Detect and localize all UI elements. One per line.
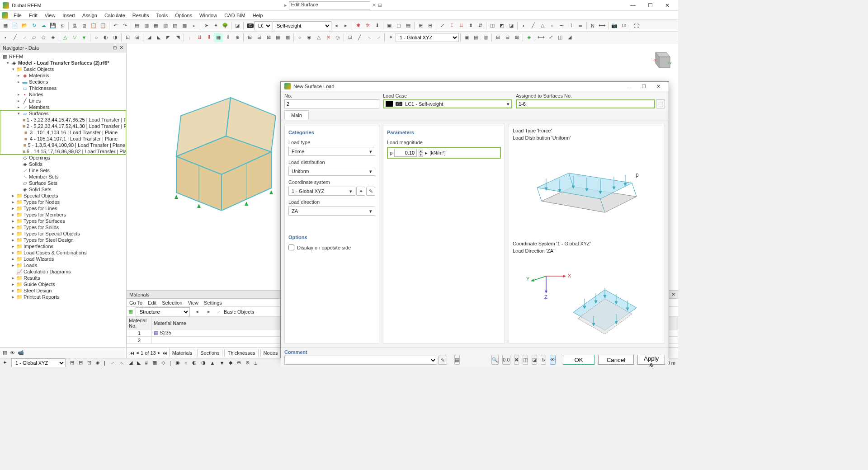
tb-file-icon[interactable]: 📄 xyxy=(10,21,19,30)
status-i1-icon[interactable]: ⟋ xyxy=(110,360,115,366)
tb2-e1-icon[interactable]: ⊞ xyxy=(493,33,502,42)
combo-pin-icon[interactable]: ⊟ xyxy=(378,2,382,8)
tb-view3-icon[interactable]: ▦ xyxy=(151,21,160,30)
tb2-l6-icon[interactable]: ⊕ xyxy=(233,33,242,42)
mat-menu-goto[interactable]: Go To xyxy=(129,300,142,306)
tb-load3-icon[interactable]: ⬇ xyxy=(373,21,382,30)
tb-new-icon[interactable]: ▦ xyxy=(1,21,10,30)
no-input[interactable] xyxy=(284,99,379,108)
tb2-l2-icon[interactable]: ⇊ xyxy=(195,33,204,42)
orientation-cube[interactable]: -X +Y xyxy=(650,48,672,70)
mat-tab-nodes[interactable]: Nodes xyxy=(260,349,281,357)
tree-types-nodes[interactable]: ▸📁Types for Nodes xyxy=(0,199,126,205)
mat-next-icon[interactable]: ▸ xyxy=(204,307,213,316)
tb-loads3-icon[interactable]: ⬍ xyxy=(466,21,475,30)
mat-tab-thick[interactable]: Thicknesses xyxy=(224,349,258,357)
tree-basic-objects[interactable]: ▾📁Basic Objects xyxy=(0,66,126,72)
tree-surface-5[interactable]: ■5 - 1,3,5,4,94,100,90 | Load Transfer |… xyxy=(0,142,126,148)
nav-footer-icon2[interactable]: 👁 xyxy=(10,350,15,356)
status-cs-icon[interactable]: ✦ xyxy=(3,360,7,366)
tb-rigid-icon[interactable]: ═ xyxy=(576,21,585,30)
tree-model[interactable]: ▾◈Model - Load Transfer Surfaces (2).rf6… xyxy=(0,60,126,66)
tb-load1-icon[interactable]: ✱ xyxy=(354,21,363,30)
tb-grid2-icon[interactable]: ⊟ xyxy=(425,21,434,30)
tb2-open-icon[interactable]: ◇ xyxy=(39,33,48,42)
tb2-sup-icon[interactable]: △ xyxy=(61,33,70,42)
menu-cad-bim[interactable]: CAD-BIM xyxy=(221,12,249,19)
tree-line-sets[interactable]: ⟋Line Sets xyxy=(0,167,126,174)
status-o10-icon[interactable]: ⟂ xyxy=(254,360,257,366)
navigator-pin-icon[interactable]: ⊡ xyxy=(113,45,117,50)
navigator-close-icon[interactable]: ✕ xyxy=(119,45,123,51)
tb2-s2-icon[interactable]: ◉ xyxy=(305,33,314,42)
tree-types-surfaces[interactable]: ▸📁Types for Surfaces xyxy=(0,218,126,224)
menu-help[interactable]: Help xyxy=(249,12,267,19)
tree-surface-sets[interactable]: ▱Surface Sets xyxy=(0,180,126,186)
tb-load2-icon[interactable]: ✲ xyxy=(363,21,372,30)
tree-surface-2[interactable]: ■2 - 5,22,33,44,17,52,41,30 | Load Trans… xyxy=(0,123,126,129)
tb-lc-next-icon[interactable]: ▸ xyxy=(341,21,350,30)
tb-axis-icon[interactable]: ✦ xyxy=(211,21,220,30)
edit-surface-combo[interactable]: Edit Surface xyxy=(289,1,370,9)
tb2-s4-icon[interactable]: ✕ xyxy=(324,33,333,42)
nav-footer-icon1[interactable]: ▤ xyxy=(3,350,7,356)
tree-lines[interactable]: ▸╱Lines xyxy=(0,98,126,104)
tb2-line-icon[interactable]: ╱ xyxy=(10,33,19,42)
tb-loads4-icon[interactable]: ⇵ xyxy=(476,21,485,30)
tb-lc-code-combo[interactable]: LC1 xyxy=(254,21,272,30)
tree-surface-1[interactable]: ■1 - 3,22,33,44,15,47,36,25 | Load Trans… xyxy=(0,117,126,123)
tree-nodes[interactable]: ▸•Nodes xyxy=(0,91,126,98)
magnitude-input[interactable] xyxy=(394,149,417,157)
materials-close-icon[interactable]: ✕ xyxy=(671,291,675,297)
status-o7-icon[interactable]: ◆ xyxy=(229,360,232,366)
tb-doc2-icon[interactable]: 📋 xyxy=(99,21,108,30)
tb-loads2-icon[interactable]: ⇊ xyxy=(457,21,466,30)
status-o2-icon[interactable]: ○ xyxy=(184,360,188,366)
tb2-cs-combo[interactable]: 1 - Global XYZ xyxy=(396,33,459,42)
tree-solid-sets[interactable]: ◈Solid Sets xyxy=(0,186,126,193)
tb-cube3-icon[interactable]: ▤ xyxy=(404,21,413,30)
status-i3-icon[interactable]: ◢ xyxy=(129,360,132,366)
tb2-t1-icon[interactable]: ◢ xyxy=(145,33,154,42)
tree-types-solids[interactable]: ▸📁Types for Solids xyxy=(0,224,126,230)
status-o5-icon[interactable]: ▲ xyxy=(210,360,215,366)
tb2-hinge-icon[interactable]: ○ xyxy=(92,33,101,42)
load-dist-combo[interactable]: Uniform▾ xyxy=(288,167,375,176)
status-cs-combo[interactable]: 1 - Global XYZ xyxy=(11,358,66,367)
dlg-c1-icon[interactable]: ◫ xyxy=(523,355,528,365)
pager-prev-icon[interactable]: ◂ xyxy=(136,350,139,356)
menu-results[interactable]: Results xyxy=(129,12,153,19)
tb2-member-icon[interactable]: ⟋ xyxy=(20,33,29,42)
tree-types-lines[interactable]: ▸📁Types for Lines xyxy=(0,205,126,212)
tb-arrow-icon[interactable]: ➤ xyxy=(202,21,211,30)
comment-combo[interactable] xyxy=(284,356,437,365)
tb-lc-name-combo[interactable]: Self-weight xyxy=(273,21,331,30)
tb2-set2-icon[interactable]: ⊞ xyxy=(132,33,142,42)
tb2-l4-icon[interactable]: ▦ xyxy=(214,33,223,42)
tb2-e2-icon[interactable]: ⊟ xyxy=(503,33,512,42)
dialog-titlebar[interactable]: New Surface Load — ☐ ✕ xyxy=(281,82,669,91)
tb-saveall-icon[interactable]: ⎘ xyxy=(58,21,67,30)
tb-cam-icon[interactable]: 📷 xyxy=(610,21,619,30)
tree-steel-design[interactable]: ▸📁Steel Design xyxy=(0,287,126,294)
tree-loadwizards[interactable]: ▸📁Load Wizards xyxy=(0,256,126,262)
tree-member-sets[interactable]: ⟍Member Sets xyxy=(0,174,126,180)
tb2-m3-icon[interactable]: ⟍ xyxy=(364,33,373,42)
tb-obj2-icon[interactable]: ◩ xyxy=(497,21,506,30)
menu-edit[interactable]: Edit xyxy=(25,12,41,19)
menu-options[interactable]: Options xyxy=(171,12,196,19)
mat-tab-sections[interactable]: Sections xyxy=(197,349,222,357)
tb2-solid-icon[interactable]: ◈ xyxy=(48,33,57,42)
tb2-d1-icon[interactable]: ⟷ xyxy=(537,33,546,42)
menu-assign[interactable]: Assign xyxy=(79,12,101,19)
opposite-checkbox[interactable] xyxy=(288,244,294,250)
dlg-zero-icon[interactable]: 0.0 xyxy=(502,355,510,365)
mag-pick-icon[interactable]: ▸ xyxy=(425,150,428,156)
tb-redo-icon[interactable]: ↷ xyxy=(120,21,129,30)
tree-guide-objects[interactable]: ▸📁Guide Objects xyxy=(0,281,126,287)
tree-openings[interactable]: ◇Openings xyxy=(0,155,126,161)
tree-surface-6[interactable]: ■6 - 14,15,17,16,86,99,82 | Load Transfe… xyxy=(0,148,126,155)
status-snap1-icon[interactable]: ⊞ xyxy=(70,360,74,366)
tb2-s5-icon[interactable]: ◎ xyxy=(333,33,342,42)
load-dir-combo[interactable]: ZA▾ xyxy=(288,207,375,216)
